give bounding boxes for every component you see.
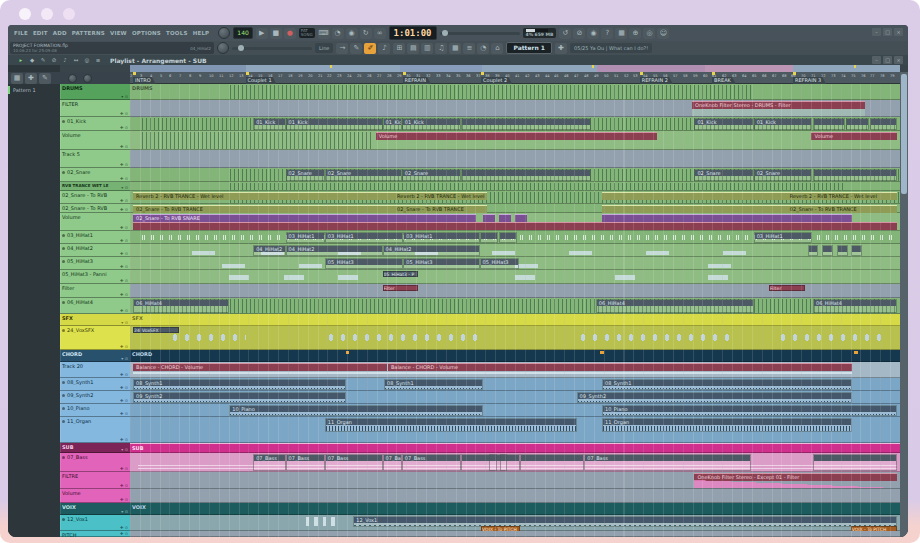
- render-icon[interactable]: ⊕: [629, 28, 641, 39]
- clip-bar[interactable]: [692, 109, 865, 116]
- pattern-clip[interactable]: 04_HiHat2: [383, 245, 481, 256]
- lane-sub[interactable]: SUB: [130, 443, 900, 453]
- pattern-clip[interactable]: 04_HiHat2: [253, 245, 285, 256]
- pl-close-button[interactable]: ×: [894, 56, 903, 64]
- mute-dot-icon[interactable]: [62, 234, 65, 237]
- wait-for-input-icon[interactable]: ◉: [346, 28, 358, 39]
- pattern-clip[interactable]: 11_Organ: [325, 418, 577, 432]
- browser-icon[interactable]: ▤: [407, 43, 419, 54]
- pattern-clip[interactable]: 01_Kick: [694, 118, 753, 130]
- pattern-clip[interactable]: 01_Kick: [286, 118, 383, 130]
- picker-add-icon[interactable]: ✚: [25, 73, 37, 84]
- pattern-clip[interactable]: 03_HiHat1: [403, 232, 479, 243]
- lane-volume[interactable]: 02_Snare - To RVB SNARE: [130, 213, 900, 231]
- timeline-marker-break[interactable]: BREAK: [712, 77, 736, 84]
- track-header-volume[interactable]: Volume✚ ⊙: [60, 213, 130, 231]
- picker-grid-icon[interactable]: ▦: [11, 73, 23, 84]
- lane-drums[interactable]: DRUMS: [130, 84, 900, 100]
- track-header-08_synth1[interactable]: 08_Synth1✚ ⊙: [60, 378, 130, 391]
- save-icon[interactable]: ▦: [615, 28, 627, 39]
- pattern-clip[interactable]: 08_Synth1: [602, 379, 852, 390]
- pattern-clip[interactable]: [851, 245, 862, 256]
- pl-mute-icon[interactable]: ⊘: [49, 56, 59, 64]
- track-header-02_snare---to-rvb[interactable]: 02_Snare - To RVB✚ ⊙: [60, 191, 130, 204]
- timeline-marker-intro[interactable]: INTRO: [133, 77, 156, 84]
- timeline-marker-couplet-1[interactable]: Couplet 1: [246, 77, 277, 84]
- window-dot-1[interactable]: [19, 8, 31, 20]
- slide-tool-icon[interactable]: →: [336, 43, 348, 54]
- pattern-clip[interactable]: [837, 245, 848, 256]
- pl-minimize-button[interactable]: –: [872, 56, 881, 64]
- pattern-clip[interactable]: 01_Kick: [402, 118, 461, 130]
- automation-clip[interactable]: Reverb 2 - RVB TRANCE - Wet level: [787, 192, 897, 200]
- scroll-segment[interactable]: [597, 65, 705, 72]
- clip-bar[interactable]: [306, 517, 310, 526]
- lane-volume[interactable]: [130, 489, 900, 503]
- clip-bar[interactable]: [338, 275, 358, 280]
- lane-07_bass[interactable]: 07_Bass07_Bass07_Bass07_Bass07_Bass07_Ba…: [130, 453, 900, 472]
- pattern-clip[interactable]: [822, 245, 833, 256]
- mute-dot-icon[interactable]: [62, 456, 65, 459]
- pattern-clip[interactable]: [489, 454, 497, 471]
- clip-bar[interactable]: [723, 251, 746, 255]
- timeline-marker-refrain-3[interactable]: REFRAIN 3: [793, 77, 826, 84]
- pattern-clip[interactable]: 09_Synth2: [133, 392, 346, 403]
- lane-01_kick[interactable]: 01_Kick01_Kick01_Kick01_Kick01_Kick01_Ki…: [130, 117, 900, 131]
- scroll-segment[interactable]: [400, 65, 482, 72]
- pattern-clip[interactable]: [461, 118, 591, 130]
- track-header-chord[interactable]: CHORD▾ ⊙: [60, 350, 130, 362]
- shop-icon[interactable]: ⌂: [491, 43, 503, 54]
- help-icon[interactable]: ?: [601, 28, 613, 39]
- scroll-segment[interactable]: [482, 65, 598, 72]
- pattern-clip[interactable]: [520, 454, 585, 471]
- lane-24_voxsfx[interactable]: 24_VoxSFX: [130, 326, 900, 350]
- artist-icon[interactable]: ☺: [657, 28, 669, 39]
- pl-draw-icon[interactable]: ✎: [38, 56, 48, 64]
- track-header-filter[interactable]: Filter✚ ⊙: [60, 284, 130, 298]
- paint-tool-icon[interactable]: ✐: [364, 43, 376, 54]
- clip-bar[interactable]: [133, 372, 852, 374]
- pattern-clip[interactable]: 02_Snare: [694, 169, 753, 181]
- pattern-add-icon[interactable]: ✚: [555, 43, 567, 54]
- horizontal-scrollbar[interactable]: [130, 65, 900, 72]
- note-tool-icon[interactable]: ♪: [378, 43, 390, 54]
- lane-06_hihat4[interactable]: 06_HiHat406_HiHat406_HiHat4: [130, 298, 900, 314]
- shuttle-slider[interactable]: [440, 32, 520, 35]
- track-header-04_hihat2[interactable]: 04_HiHat2✚ ⊙: [60, 244, 130, 257]
- lane-03_hihat1[interactable]: 03_HiHat103_HiHat103_HiHat103_HiHat1: [130, 231, 900, 244]
- snap-selector[interactable]: Line: [315, 43, 333, 53]
- pattern-clip[interactable]: 10_Piano: [602, 405, 897, 416]
- mute-dot-icon[interactable]: [62, 260, 65, 263]
- track-header-10_piano[interactable]: 10_Piano✚ ⊙: [60, 404, 130, 417]
- pattern-clip[interactable]: 06_HiHat4: [813, 299, 897, 313]
- pl-menu-icon[interactable]: ≡: [93, 56, 103, 64]
- mute-dot-icon[interactable]: [62, 420, 65, 423]
- automation-clip[interactable]: 02_Snare - To RVB TRANCE: [787, 205, 897, 213]
- pattern-clip[interactable]: 02_Snare: [402, 169, 461, 181]
- smart-disable-icon[interactable]: ⊘: [573, 28, 585, 39]
- lane-chord[interactable]: CHORD: [130, 350, 900, 362]
- playlist-icon[interactable]: ≡: [463, 43, 475, 54]
- clip-bar[interactable]: [708, 275, 728, 280]
- clip-bar[interactable]: [615, 275, 635, 280]
- track-header-06_hihat4[interactable]: 06_HiHat4✚ ⊙: [60, 298, 130, 314]
- window-dot-2[interactable]: [41, 8, 53, 20]
- clip-bar[interactable]: [229, 275, 249, 280]
- clip-bar[interactable]: [346, 351, 350, 354]
- menu-file[interactable]: FILE: [14, 30, 28, 36]
- pattern-clip[interactable]: 01_Kick: [253, 118, 285, 130]
- clip-bar[interactable]: [646, 251, 669, 255]
- detach-play-icon[interactable]: ▸: [16, 56, 26, 64]
- track-header-24_voxsfx[interactable]: 24_VoxSFX✚ ⊙: [60, 326, 130, 350]
- track-pan-knob[interactable]: [68, 74, 77, 83]
- track-header-volume[interactable]: Volume✚ ⊙: [60, 131, 130, 150]
- pattern-clip[interactable]: 08_Synth1: [384, 379, 483, 390]
- lane-08_synth1[interactable]: 08_Synth108_Synth108_Synth1: [130, 378, 900, 391]
- mini-clip[interactable]: Filter: [769, 285, 804, 291]
- track-header-drums[interactable]: DRUMS▾ ⊙: [60, 84, 130, 100]
- automation-clip[interactable]: [602, 205, 787, 213]
- track-header-pitch[interactable]: PITCH✚ ⊙: [60, 531, 130, 537]
- pattern-clip[interactable]: 11_Organ: [602, 418, 852, 432]
- pattern-clip[interactable]: 07_Bass: [402, 454, 461, 471]
- mixer-icon[interactable]: ▦: [449, 43, 461, 54]
